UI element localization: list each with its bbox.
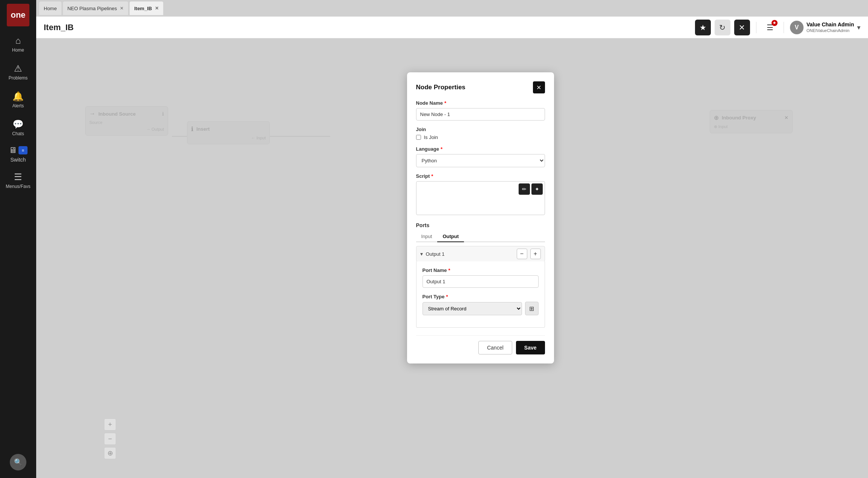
sidebar-item-chats[interactable]: 💬 Chats (0, 114, 36, 142)
sidebar-item-label: Home (12, 47, 24, 53)
port-type-group: Port Type * Stream of Record Event Batch… (423, 294, 539, 315)
chat-icon: 💬 (12, 119, 24, 130)
user-avatar-small[interactable]: 🔍 (10, 454, 26, 470)
sidebar-item-menus[interactable]: ☰ Menus/Favs (0, 166, 36, 194)
tab-neo[interactable]: NEO Plasma Pipelines ✕ (63, 2, 129, 15)
language-select[interactable]: Python JavaScript SQL (416, 154, 545, 167)
ports-section: Ports Input Output ▾ Output 1 − (416, 222, 545, 328)
required-star: * (444, 100, 446, 106)
modal-header: Node Properties ✕ (416, 81, 545, 93)
canvas-area: → Inbound Source ℹ Source → Output ℹ Ins… (36, 38, 868, 478)
script-magic-button[interactable]: ✦ (531, 183, 543, 195)
port-minus-button[interactable]: − (517, 249, 527, 259)
switch-badge: ≡ (18, 146, 28, 154)
required-star: * (431, 173, 433, 179)
home-icon: ⌂ (15, 35, 21, 46)
sidebar-item-home[interactable]: ⌂ Home (0, 30, 36, 58)
pencil-icon: ✏ (522, 186, 527, 192)
star-button[interactable]: ★ (695, 20, 711, 35)
tab-label: Home (44, 6, 57, 11)
grid-icon: ⊞ (529, 305, 534, 312)
language-group: Language * Python JavaScript SQL (416, 146, 545, 167)
tab-input[interactable]: Input (416, 231, 438, 242)
user-name-block: Value Chain Admin ONEIValueChainAdmin (807, 21, 854, 33)
node-name-input[interactable] (416, 108, 545, 121)
cancel-button[interactable]: Cancel (478, 341, 512, 354)
refresh-button[interactable]: ↻ (715, 20, 730, 35)
tab-close-item-ib[interactable]: ✕ (155, 6, 159, 11)
tab-label: Item_IB (134, 6, 152, 11)
tab-home[interactable]: Home (39, 2, 61, 15)
modal-close-icon: ✕ (536, 84, 541, 91)
badge-icon: ★ (773, 21, 776, 25)
user-username: ONEIValueChainAdmin (807, 28, 854, 33)
sidebar-item-label: Problems (9, 75, 28, 81)
plus-icon: + (534, 250, 537, 257)
notification-badge: ★ (772, 20, 778, 26)
sidebar: one ⌂ Home ⚠ Problems 🔔 Alerts 💬 Chats 🖥… (0, 0, 36, 478)
monitor-icon: 🖥 (9, 145, 17, 155)
star-icon: ★ (700, 23, 706, 32)
tab-output[interactable]: Output (437, 231, 464, 242)
avatar-search-icon: 🔍 (14, 458, 22, 466)
warning-icon: ⚠ (14, 63, 22, 74)
node-name-label: Node Name * (416, 100, 545, 106)
port-name-input[interactable] (423, 275, 539, 288)
header-divider (756, 22, 756, 33)
sidebar-item-alerts[interactable]: 🔔 Alerts (0, 86, 36, 114)
sidebar-item-switch[interactable]: 🖥 ≡ Switch (0, 142, 36, 166)
is-join-label: Is Join (424, 134, 438, 140)
sidebar-item-problems[interactable]: ⚠ Problems (0, 58, 36, 86)
close-icon: ✕ (739, 23, 745, 32)
is-join-checkbox[interactable] (416, 135, 421, 140)
port-name-group: Port Name * (423, 267, 539, 288)
is-join-row: Is Join (416, 134, 545, 140)
minus-icon: − (520, 250, 524, 257)
sidebar-item-label: Alerts (12, 103, 24, 108)
chevron-down-icon: ▾ (420, 251, 423, 257)
magic-icon: ✦ (535, 186, 539, 192)
port-plus-button[interactable]: + (530, 249, 541, 259)
save-button[interactable]: Save (516, 341, 545, 354)
script-edit-button[interactable]: ✏ (519, 183, 530, 195)
script-label: Script * (416, 173, 545, 179)
script-area-wrapper: ✏ ✦ (416, 181, 545, 216)
main-area: Home NEO Plasma Pipelines ✕ Item_IB ✕ It… (36, 0, 868, 478)
user-dropdown-icon[interactable]: ▾ (857, 23, 860, 32)
menu-button[interactable]: ☰ ★ (762, 20, 778, 35)
close-button[interactable]: ✕ (734, 20, 750, 35)
tab-close-neo[interactable]: ✕ (120, 6, 124, 11)
language-label: Language * (416, 146, 545, 152)
port-type-row: Stream of Record Event Batch ⊞ (423, 302, 539, 315)
join-label: Join (416, 127, 545, 132)
required-star: * (446, 294, 448, 299)
header-divider-2 (784, 22, 784, 33)
modal-footer: Cancel Save (416, 335, 545, 354)
ports-tabs: Input Output (416, 231, 545, 242)
script-group: Script * ✏ ✦ (416, 173, 545, 216)
user-display-name: Value Chain Admin (807, 21, 854, 28)
port-name-label-field: Port Name * (423, 267, 539, 273)
header-bar: Item_IB ★ ↻ ✕ ☰ ★ V (36, 17, 868, 38)
output-port-row[interactable]: ▾ Output 1 − + (416, 246, 545, 262)
tab-label: NEO Plasma Pipelines (67, 6, 117, 11)
required-star: * (441, 146, 442, 152)
modal-title: Node Properties (416, 84, 465, 91)
port-type-select[interactable]: Stream of Record Event Batch (423, 302, 522, 315)
node-name-group: Node Name * (416, 100, 545, 121)
app-logo[interactable]: one (7, 4, 29, 26)
port-grid-button[interactable]: ⊞ (525, 302, 539, 315)
bell-icon: 🔔 (12, 91, 24, 102)
ports-label: Ports (416, 222, 545, 228)
required-star: * (449, 267, 450, 273)
tab-item-ib[interactable]: Item_IB ✕ (130, 2, 163, 15)
script-action-buttons: ✏ ✦ (519, 183, 543, 195)
sidebar-item-label: Switch (10, 157, 26, 163)
sidebar-item-label: Menus/Favs (6, 184, 30, 189)
modal-close-button[interactable]: ✕ (533, 81, 545, 93)
node-properties-modal: Node Properties ✕ Node Name * Join (407, 72, 554, 363)
user-info: V Value Chain Admin ONEIValueChainAdmin … (790, 21, 860, 34)
header-actions: ★ ↻ ✕ ☰ ★ V Value Chain Admin (695, 20, 860, 35)
page-title: Item_IB (44, 23, 695, 32)
port-detail-panel: Port Name * Port Type * Stream of Record (416, 261, 545, 328)
